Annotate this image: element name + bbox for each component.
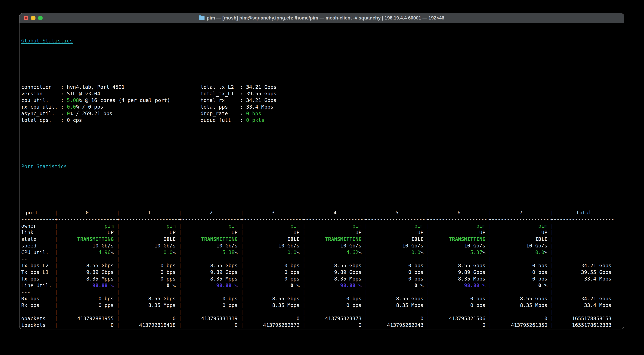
text-run: 0 bps bbox=[160, 262, 176, 268]
column-separator: | bbox=[240, 302, 244, 308]
cell: 8.55 Gbps| bbox=[58, 262, 120, 269]
cell: 10 Gb/s| bbox=[430, 242, 492, 249]
text-run: link bbox=[21, 230, 34, 236]
text-run: 9.89 Gbps bbox=[334, 269, 362, 275]
text-run: 0.0 bbox=[535, 249, 544, 255]
cell: 0 bps| bbox=[430, 295, 492, 302]
column-separator: | bbox=[240, 322, 244, 328]
text-run: 8.55 Gbps bbox=[396, 296, 424, 302]
global-stat-total-cps-: total_cps. : 0 cps bbox=[21, 117, 170, 124]
text-run: 5.38 bbox=[222, 249, 234, 255]
column-separator: | bbox=[426, 249, 430, 256]
text-run: 4.62 bbox=[346, 249, 358, 255]
text-run: 8.55 Gbps bbox=[210, 262, 238, 268]
close-button[interactable] bbox=[24, 16, 28, 20]
text-run: 8.55 Gbps bbox=[334, 262, 362, 268]
column-separator: | bbox=[488, 328, 492, 330]
window-titlebar[interactable]: pim — [mosh] pim@squanchy.ipng.ch: /home… bbox=[20, 14, 624, 23]
text-run: total_tx_L2 : bbox=[200, 84, 246, 90]
text-run: 9.89 Gbps bbox=[210, 269, 238, 275]
cell: IDLE| bbox=[492, 236, 554, 242]
spacer bbox=[21, 57, 622, 64]
cell: 0| bbox=[306, 322, 368, 328]
cell: 0 bps| bbox=[306, 295, 368, 302]
text-run: 0 cps bbox=[67, 117, 82, 123]
column-separator: | bbox=[426, 242, 430, 249]
cell: | bbox=[120, 289, 182, 295]
text-run: drop_rate : bbox=[200, 110, 246, 116]
text-run: 33.4 Mpps bbox=[246, 104, 274, 110]
column-separator: | bbox=[55, 328, 58, 330]
table-row-rx-bps: Rx bps|0 bps|8.55 Gbps|0 bps|8.55 Gbps|0… bbox=[21, 295, 622, 302]
column-separator: | bbox=[550, 229, 554, 236]
cell: 0 bps| bbox=[492, 262, 554, 269]
column-separator: | bbox=[302, 269, 306, 276]
column-separator: | bbox=[302, 249, 306, 256]
column-separator: + bbox=[488, 216, 492, 222]
text-run: 52965801152896 bbox=[443, 329, 486, 330]
text-run: 1655178858153 bbox=[572, 316, 612, 322]
column-separator: | bbox=[426, 276, 430, 282]
cell: 0.0%| bbox=[120, 249, 182, 256]
column-separator: | bbox=[302, 209, 306, 216]
text-run: % bbox=[482, 249, 486, 255]
column-separator: | bbox=[240, 242, 244, 249]
cell: 8.35 Mpps| bbox=[306, 276, 368, 282]
text-run: 6 bbox=[458, 210, 460, 216]
text-run: 0 % bbox=[414, 282, 424, 288]
table-row-tx-bps-l1: Tx bps L1|9.89 Gbps|0 bps|9.89 Gbps|0 bp… bbox=[21, 269, 622, 276]
column-separator: + bbox=[240, 216, 244, 222]
cell: IDLE| bbox=[368, 236, 430, 242]
terminal-screen[interactable]: Global Statistics connection : hvn4.lab,… bbox=[20, 23, 624, 329]
cell: UP| bbox=[368, 229, 430, 236]
text-run: TRANSMITTING bbox=[77, 236, 114, 242]
cell: 413792881955| bbox=[58, 315, 120, 322]
text-run: total_pps : bbox=[200, 104, 246, 110]
cell: 33.4 Mpps bbox=[554, 302, 614, 308]
cell: Line Util.| bbox=[21, 282, 58, 289]
text-run: 34.21 Gbps bbox=[246, 84, 276, 90]
text-run: % bbox=[420, 249, 424, 255]
cell: UP| bbox=[492, 229, 554, 236]
text-run: TRANSMITTING bbox=[325, 236, 362, 242]
column-separator: | bbox=[55, 315, 58, 322]
column-separator: | bbox=[55, 242, 58, 249]
text-run: CPU util. bbox=[21, 249, 48, 255]
cell: 98.88 %| bbox=[58, 282, 120, 289]
column-separator: + bbox=[550, 216, 554, 222]
minimize-button[interactable] bbox=[31, 16, 36, 20]
text-run: queue_full : bbox=[200, 117, 246, 123]
cell: | bbox=[182, 308, 244, 315]
column-separator: | bbox=[55, 322, 58, 328]
column-separator: | bbox=[240, 236, 244, 242]
text-run: 413792881955 bbox=[77, 316, 114, 322]
cell: 4.62%| bbox=[306, 249, 368, 256]
text-run: pim bbox=[166, 223, 176, 229]
text-run: 0 bbox=[234, 322, 238, 328]
cell: 1| bbox=[120, 209, 182, 216]
cell: 0 pps| bbox=[58, 302, 120, 308]
text-run: 10 Gb/s bbox=[216, 243, 238, 249]
cell: 0 %| bbox=[492, 282, 554, 289]
cell: 413795261350| bbox=[492, 322, 554, 328]
text-run: 8.35 Mpps bbox=[520, 302, 548, 308]
column-separator: | bbox=[240, 282, 244, 289]
column-separator: | bbox=[116, 262, 120, 269]
zoom-button[interactable] bbox=[38, 16, 43, 20]
column-separator: | bbox=[364, 276, 368, 282]
column-separator: | bbox=[178, 276, 182, 282]
cell: 2| bbox=[182, 209, 244, 216]
text-run: IDLE bbox=[535, 236, 548, 242]
text-run: 8.55 Gbps bbox=[272, 296, 300, 302]
global-stat-drop-rate: drop_rate : 0 bps bbox=[200, 110, 276, 117]
text-run: ------------------------------ bbox=[182, 216, 240, 222]
text-run: pim bbox=[476, 223, 486, 229]
cell: UP| bbox=[58, 229, 120, 236]
column-separator: | bbox=[550, 242, 554, 249]
column-separator: | bbox=[550, 282, 554, 289]
text-run: 3 bbox=[272, 210, 274, 216]
cell bbox=[554, 282, 614, 289]
text-run: Line Util. bbox=[21, 282, 52, 288]
cell: 34.21 Gbps bbox=[554, 262, 614, 269]
text-run: UP bbox=[541, 230, 548, 236]
